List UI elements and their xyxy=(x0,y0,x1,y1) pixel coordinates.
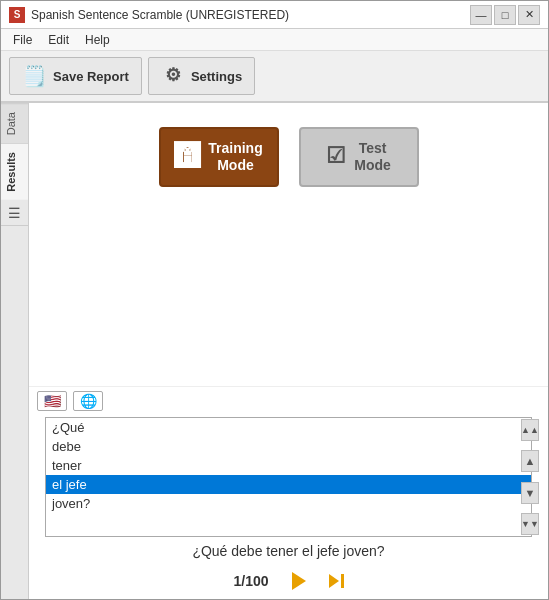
test-mode-label: TestMode xyxy=(354,140,391,174)
list-nav-down[interactable]: ▼ xyxy=(521,482,539,504)
content-area: 🅰 TrainingMode ☑ TestMode 🇺🇸 🌐 xyxy=(29,103,548,600)
list-item-selected[interactable]: el jefe xyxy=(46,475,531,494)
toolbar: 🗒️ Save Report ⚙ Settings xyxy=(1,51,548,103)
skip-icon xyxy=(329,574,339,588)
settings-label: Settings xyxy=(191,69,242,84)
sidebar-list-icon[interactable]: ☰ xyxy=(1,200,28,226)
menu-file[interactable]: File xyxy=(5,31,40,49)
sidebar: Data Results ☰ xyxy=(1,103,29,600)
save-report-button[interactable]: 🗒️ Save Report xyxy=(9,57,142,95)
list-item[interactable]: debe xyxy=(46,437,531,456)
title-bar-left: S Spanish Sentence Scramble (UNREGISTERE… xyxy=(9,7,289,23)
play-button[interactable] xyxy=(285,567,313,595)
word-list-container: ¿Qué debe tener el jefe joven? ▲▲ ▲ ▼ ▼▼ xyxy=(37,417,540,537)
playback-controls: 1/100 xyxy=(29,563,548,600)
flag-other[interactable]: 🌐 xyxy=(73,391,103,411)
title-bar: S Spanish Sentence Scramble (UNREGISTERE… xyxy=(1,1,548,29)
menu-edit[interactable]: Edit xyxy=(40,31,77,49)
close-button[interactable]: ✕ xyxy=(518,5,540,25)
english-flag-icon: 🇺🇸 xyxy=(44,393,61,409)
skip-bar-icon xyxy=(341,574,344,588)
play-icon xyxy=(292,572,306,590)
app-title: Spanish Sentence Scramble (UNREGISTERED) xyxy=(31,8,289,22)
list-nav-up[interactable]: ▲ xyxy=(521,450,539,472)
list-nav-buttons: ▲▲ ▲ ▼ ▼▼ xyxy=(521,417,539,537)
settings-icon: ⚙ xyxy=(161,64,185,88)
menu-bar: File Edit Help xyxy=(1,29,548,51)
skip-forward-button[interactable] xyxy=(329,574,344,588)
mode-area: 🅰 TrainingMode ☑ TestMode xyxy=(29,103,548,203)
menu-help[interactable]: Help xyxy=(77,31,118,49)
list-item[interactable]: tener xyxy=(46,456,531,475)
main-layout: Data Results ☰ 🅰 TrainingMode ☑ TestMode xyxy=(1,103,548,600)
test-mode-button[interactable]: ☑ TestMode xyxy=(299,127,419,187)
list-item[interactable]: joven? xyxy=(46,494,531,513)
maximize-button[interactable]: □ xyxy=(494,5,516,25)
app-icon: S xyxy=(9,7,25,23)
other-flag-icon: 🌐 xyxy=(80,393,97,409)
list-nav-top[interactable]: ▲▲ xyxy=(521,419,539,441)
flag-row: 🇺🇸 🌐 xyxy=(37,391,540,411)
training-mode-icon: 🅰 xyxy=(174,141,200,172)
test-mode-icon: ☑ xyxy=(326,143,346,169)
sidebar-tab-results[interactable]: Results xyxy=(1,143,28,200)
minimize-button[interactable]: — xyxy=(470,5,492,25)
sidebar-tab-data[interactable]: Data xyxy=(1,103,28,143)
save-report-label: Save Report xyxy=(53,69,129,84)
list-nav-bottom[interactable]: ▼▼ xyxy=(521,513,539,535)
save-icon: 🗒️ xyxy=(22,64,47,88)
word-list[interactable]: ¿Qué debe tener el jefe joven? xyxy=(45,417,532,537)
list-item[interactable]: ¿Qué xyxy=(46,418,531,437)
sentence-display: ¿Qué debe tener el jefe joven? xyxy=(29,537,548,563)
progress-text: 1/100 xyxy=(233,573,268,589)
bottom-controls: 🇺🇸 🌐 xyxy=(29,386,548,417)
window-controls: — □ ✕ xyxy=(470,5,540,25)
training-mode-button[interactable]: 🅰 TrainingMode xyxy=(159,127,279,187)
training-mode-label: TrainingMode xyxy=(208,140,262,174)
flag-english[interactable]: 🇺🇸 xyxy=(37,391,67,411)
content-spacer xyxy=(29,203,548,386)
settings-button[interactable]: ⚙ Settings xyxy=(148,57,255,95)
